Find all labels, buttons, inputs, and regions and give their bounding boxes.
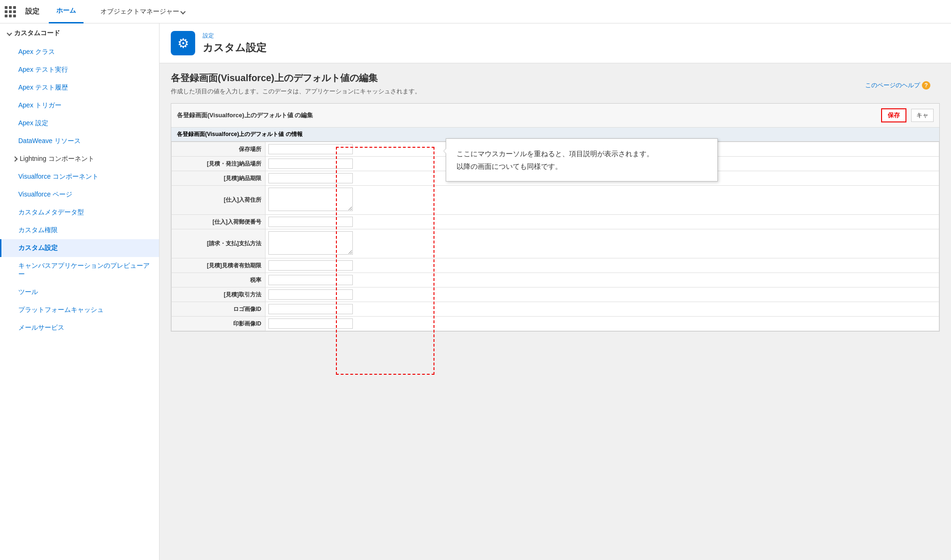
table-row: [請求・支払]支払方法 bbox=[172, 229, 939, 258]
table-row: [仕入]入荷住所 bbox=[172, 186, 939, 215]
page-title: カスタム設定 bbox=[203, 41, 266, 55]
field-label-purchase-address: [仕入]入荷住所 bbox=[172, 186, 266, 215]
field-input-quote-delivery-deadline[interactable] bbox=[268, 173, 353, 183]
sidebar-item-canvas-app[interactable]: キャンバスアプリケーションのプレビューアー bbox=[0, 257, 159, 283]
field-input-tax-rate[interactable] bbox=[268, 275, 353, 285]
sidebar-item-custom-permission[interactable]: カスタム権限 bbox=[0, 221, 159, 239]
breadcrumb: 設定 bbox=[203, 32, 266, 40]
sidebar-item-custom-settings[interactable]: カスタム設定 bbox=[0, 239, 159, 257]
field-cell-purchase-postal bbox=[266, 215, 939, 229]
app-name: 設定 bbox=[25, 7, 39, 16]
sidebar-item-custom-metadata[interactable]: カスタムメタデータ型 bbox=[0, 204, 159, 221]
content-body: 各登録画面(Visualforce)上のデフォルト値の編集 作成した項目の値を入… bbox=[160, 63, 951, 340]
field-input-delivery-address[interactable] bbox=[268, 159, 353, 169]
cancel-button[interactable]: キャ bbox=[911, 109, 934, 122]
tab-object-manager[interactable]: オブジェクトマネージャー bbox=[93, 0, 192, 23]
field-cell-seal-image-id bbox=[266, 317, 939, 331]
tooltip-line2: 以降の画面についても同様です。 bbox=[456, 160, 707, 173]
table-row: [見積]取引方法 bbox=[172, 288, 939, 302]
field-cell-tax-rate bbox=[266, 273, 939, 288]
sidebar-item-tools[interactable]: ツール bbox=[0, 283, 159, 301]
form-header: 各登録画面(Visualforce)上のデフォルト値 の編集 保存 キャ bbox=[171, 104, 939, 128]
sidebar: カスタムコード Apex クラス Apex テスト実行 Apex テスト履歴 A… bbox=[0, 23, 160, 560]
sidebar-item-apex-class[interactable]: Apex クラス bbox=[0, 43, 159, 61]
sidebar-item-platform-cache[interactable]: プラットフォームキャッシュ bbox=[0, 301, 159, 319]
table-row: [見積]見積者有効期限 bbox=[172, 258, 939, 273]
field-input-seal-image-id[interactable] bbox=[268, 318, 353, 329]
field-cell-quote-validity bbox=[266, 258, 939, 273]
field-input-purchase-postal[interactable] bbox=[268, 217, 353, 227]
content-area: ⚙ 設定 カスタム設定 各登録画面(Visualforce)上のデフォルト値の編… bbox=[160, 23, 951, 560]
table-row: 印影画像ID bbox=[172, 317, 939, 331]
field-input-payment-method[interactable] bbox=[268, 231, 353, 255]
sidebar-item-apex-settings[interactable]: Apex 設定 bbox=[0, 114, 159, 132]
field-input-purchase-address[interactable] bbox=[268, 188, 353, 211]
sidebar-item-email-service[interactable]: メールサービス bbox=[0, 319, 159, 337]
field-input-quote-validity[interactable] bbox=[268, 260, 353, 271]
tooltip-line1: ここにマウスカーソルを重ねると、項目説明が表示されます。 bbox=[456, 147, 707, 160]
top-navigation: 設定 ホーム オブジェクトマネージャー bbox=[0, 0, 951, 23]
sidebar-item-apex-test-history[interactable]: Apex テスト履歴 bbox=[0, 79, 159, 97]
inner-form-panel: 各登録画面(Visualforce)上のデフォルト値 の編集 保存 キャ 各登録… bbox=[171, 103, 940, 332]
gear-icon: ⚙ bbox=[171, 31, 195, 55]
save-button[interactable]: 保存 bbox=[881, 108, 906, 122]
field-label-tax-rate: 税率 bbox=[172, 273, 266, 288]
page-header: ⚙ 設定 カスタム設定 bbox=[160, 23, 951, 63]
help-icon: ? bbox=[922, 81, 930, 90]
form-header-title: 各登録画面(Visualforce)上のデフォルト値 の編集 bbox=[177, 111, 313, 120]
chevron-right-icon bbox=[12, 156, 17, 161]
tab-home[interactable]: ホーム bbox=[49, 0, 84, 23]
form-actions: 保存 キャ bbox=[881, 108, 934, 122]
field-input-storage-location[interactable] bbox=[268, 144, 353, 154]
sidebar-item-apex-trigger[interactable]: Apex トリガー bbox=[0, 97, 159, 114]
field-label-delivery-address: [見積・発注]納品場所 bbox=[172, 157, 266, 171]
field-label-logo-image-id: ロゴ画像ID bbox=[172, 302, 266, 317]
help-link[interactable]: このページのヘルプ ? bbox=[865, 81, 930, 90]
sidebar-item-apex-test-run[interactable]: Apex テスト実行 bbox=[0, 61, 159, 79]
field-cell-purchase-address bbox=[266, 186, 939, 215]
field-label-storage-location: 保存場所 bbox=[172, 142, 266, 157]
sidebar-item-dataweave[interactable]: DataWeave リソース bbox=[0, 132, 159, 150]
field-label-seal-image-id: 印影画像ID bbox=[172, 317, 266, 331]
chevron-down-icon bbox=[180, 9, 185, 14]
field-cell-payment-method bbox=[266, 229, 939, 258]
table-row: 税率 bbox=[172, 273, 939, 288]
field-label-quote-validity: [見積]見積者有効期限 bbox=[172, 258, 266, 273]
main-layout: カスタムコード Apex クラス Apex テスト実行 Apex テスト履歴 A… bbox=[0, 23, 951, 560]
edit-page-title: 各登録画面(Visualforce)上のデフォルト値の編集 bbox=[171, 72, 940, 84]
field-input-quote-transaction[interactable] bbox=[268, 289, 353, 300]
chevron-icon bbox=[7, 30, 12, 36]
field-cell-quote-transaction bbox=[266, 288, 939, 302]
tooltip-box: ここにマウスカーソルを重ねると、項目説明が表示されます。 以降の画面についても同… bbox=[446, 138, 718, 182]
field-label-quote-delivery-deadline: [見積]納品期限 bbox=[172, 171, 266, 186]
table-row: [仕入]入荷郵便番号 bbox=[172, 215, 939, 229]
edit-page-subtitle: 作成した項目の値を入力します。このデータは、アプリケーションにキャッシュされます… bbox=[171, 87, 940, 96]
sidebar-item-visualforce-page[interactable]: Visualforce ページ bbox=[0, 186, 159, 204]
field-cell-logo-image-id bbox=[266, 302, 939, 317]
field-input-logo-image-id[interactable] bbox=[268, 304, 353, 314]
field-label-payment-method: [請求・支払]支払方法 bbox=[172, 229, 266, 258]
field-label-purchase-postal: [仕入]入荷郵便番号 bbox=[172, 215, 266, 229]
page-header-text: 設定 カスタム設定 bbox=[203, 32, 266, 55]
table-row: ロゴ画像ID bbox=[172, 302, 939, 317]
sidebar-item-visualforce-component[interactable]: Visualforce コンポーネント bbox=[0, 168, 159, 186]
sidebar-section-custom-code[interactable]: カスタムコード bbox=[0, 23, 159, 43]
app-switcher-icon[interactable] bbox=[5, 6, 16, 17]
field-label-quote-transaction: [見積]取引方法 bbox=[172, 288, 266, 302]
sidebar-item-lightning-component[interactable]: Lightning コンポーネント bbox=[0, 150, 159, 168]
